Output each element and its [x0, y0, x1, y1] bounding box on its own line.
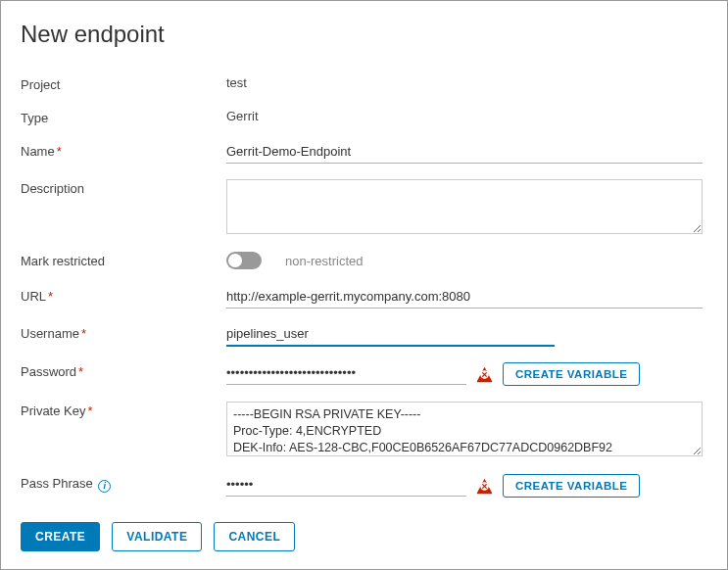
label-description: Description: [21, 179, 226, 196]
footer-actions: CREATE VALIDATE CANCEL: [21, 522, 295, 551]
label-project: Project: [21, 75, 226, 92]
label-type: Type: [21, 109, 226, 125]
alert-icon: [476, 366, 493, 383]
info-icon[interactable]: i: [98, 480, 111, 493]
username-input[interactable]: [226, 324, 555, 347]
row-type: Type Gerrit: [21, 109, 707, 128]
row-username: Username*: [21, 324, 707, 347]
value-project: test: [226, 75, 247, 90]
row-password: Password* CREATE VARIABLE: [21, 362, 707, 386]
label-password: Password*: [21, 362, 226, 379]
row-private-key: Private Key* -----BEGIN RSA PRIVATE KEY-…: [21, 402, 707, 456]
required-asterisk: *: [87, 404, 92, 418]
label-private-key: Private Key*: [21, 402, 226, 418]
restricted-toggle[interactable]: [226, 252, 262, 269]
create-button[interactable]: CREATE: [21, 522, 100, 551]
required-asterisk: *: [81, 326, 86, 341]
row-url: URL*: [21, 287, 707, 309]
label-username: Username*: [21, 324, 226, 341]
validate-button[interactable]: VALIDATE: [112, 522, 202, 551]
private-key-textarea[interactable]: -----BEGIN RSA PRIVATE KEY----- Proc-Typ…: [226, 402, 703, 456]
row-name: Name*: [21, 142, 707, 164]
password-input[interactable]: [226, 363, 466, 385]
row-mark-restricted: Mark restricted non-restricted: [21, 252, 707, 271]
row-pass-phrase: Pass Phrase i CREATE VARIABLE: [21, 474, 707, 498]
new-endpoint-panel: New endpoint Project test Type Gerrit Na…: [0, 0, 728, 570]
value-type: Gerrit: [226, 109, 259, 123]
create-variable-button-password[interactable]: CREATE VARIABLE: [503, 362, 640, 386]
url-input[interactable]: [226, 287, 703, 309]
cancel-button[interactable]: CANCEL: [214, 522, 295, 551]
restricted-toggle-label: non-restricted: [285, 254, 363, 268]
page-title: New endpoint: [21, 21, 707, 48]
label-url: URL*: [21, 287, 226, 304]
row-description: Description: [21, 179, 707, 234]
alert-icon: [476, 478, 493, 495]
create-variable-button-passphrase[interactable]: CREATE VARIABLE: [503, 474, 640, 498]
label-pass-phrase: Pass Phrase i: [21, 474, 226, 493]
label-name: Name*: [21, 142, 226, 159]
label-mark-restricted: Mark restricted: [21, 252, 226, 268]
description-textarea[interactable]: [226, 179, 703, 234]
name-input[interactable]: [226, 142, 703, 164]
required-asterisk: *: [78, 364, 83, 379]
required-asterisk: *: [48, 289, 53, 304]
required-asterisk: *: [57, 144, 62, 159]
pass-phrase-input[interactable]: [226, 475, 466, 497]
row-project: Project test: [21, 75, 707, 95]
